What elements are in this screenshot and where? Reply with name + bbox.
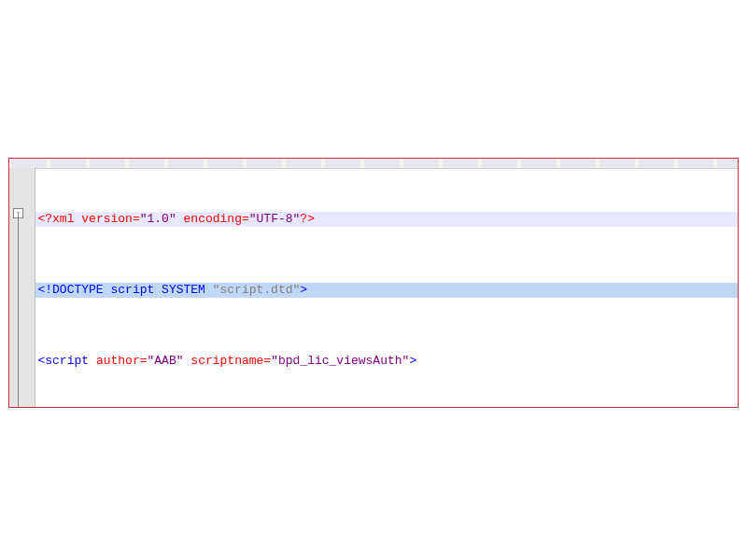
fold-guide-line [18, 213, 19, 407]
doctype-close: > [300, 283, 307, 297]
doctype-open: <! [37, 283, 52, 297]
tag-name: script [45, 354, 89, 368]
attr-author: author= [96, 354, 148, 368]
code-line[interactable]: <?xml version="1.0" encoding="UTF-8"?> [35, 212, 738, 227]
code-line[interactable]: <script author="AAB" scriptname="bpd_lic… [35, 354, 738, 369]
space [176, 212, 184, 226]
code-editor[interactable]: − <?xml version="1.0" encoding="UTF-8"?>… [9, 168, 738, 407]
val-scriptname: "bpd_lic_viewsAuth" [271, 354, 409, 368]
editor-frame: − <?xml version="1.0" encoding="UTF-8"?>… [8, 158, 739, 408]
code-area[interactable]: <?xml version="1.0" encoding="UTF-8"?> <… [35, 168, 738, 407]
xml-pi-open: <? [37, 212, 52, 226]
val-version: "1.0" [140, 212, 176, 226]
doctype-file: "script.dtd" [213, 283, 301, 297]
xml-keyword: xml [52, 212, 81, 226]
attr-scriptname: scriptname= [190, 354, 271, 368]
attr-version: version= [81, 212, 139, 226]
space [89, 354, 96, 368]
tag-close: > [409, 354, 416, 368]
xml-pi-close: ?> [300, 212, 315, 226]
code-line[interactable]: <!DOCTYPE script SYSTEM "script.dtd"> [35, 283, 738, 298]
doctype-body: DOCTYPE script SYSTEM [52, 283, 213, 297]
val-encoding: "UTF-8" [249, 212, 301, 226]
val-author: "AAB" [148, 354, 184, 368]
attr-encoding: encoding= [184, 212, 249, 226]
fold-gutter[interactable]: − [9, 168, 35, 407]
